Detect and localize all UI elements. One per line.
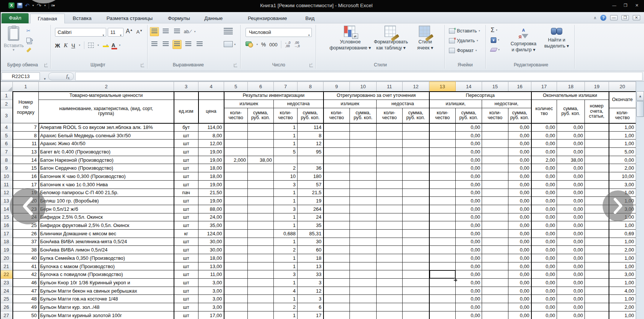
cell-r22c3[interactable]: шт bbox=[174, 270, 198, 279]
cell-r6c18[interactable]: 0,00 bbox=[557, 140, 585, 148]
cell-r6c11[interactable] bbox=[377, 140, 403, 148]
cell-r16c13[interactable] bbox=[429, 221, 456, 230]
orientation-button[interactable]: ab⟋ bbox=[184, 29, 192, 34]
cell-r18c17[interactable]: 0,00 bbox=[531, 238, 557, 246]
cell-r25c9[interactable] bbox=[324, 295, 350, 303]
cell-r6c14[interactable]: 0,00 bbox=[456, 140, 482, 148]
cell-r26c18[interactable]: 0,00 bbox=[557, 303, 585, 311]
cell-r19c10[interactable] bbox=[350, 246, 377, 254]
cell-r17c16[interactable]: 0,00 bbox=[508, 229, 531, 238]
cell-r26c4[interactable]: 3,00 bbox=[198, 303, 224, 311]
format-cells-button[interactable]: Формат▾ bbox=[449, 47, 477, 54]
redo-dropdown-icon[interactable]: ▼ bbox=[44, 4, 46, 7]
cell-r20c9[interactable] bbox=[324, 254, 350, 262]
cell-r18c18[interactable]: 0,00 bbox=[557, 238, 585, 246]
cell-r13c11[interactable] bbox=[377, 197, 403, 205]
conditional-formatting-button[interactable]: ⇄ Условное форматирование ▾ bbox=[328, 26, 373, 51]
header-cell-sum18[interactable]: сумма, руб. коп. bbox=[557, 100, 585, 123]
cell-r19c11[interactable] bbox=[377, 246, 403, 254]
cell-r23c15[interactable] bbox=[482, 279, 508, 287]
cell-r11c9[interactable] bbox=[324, 180, 350, 189]
header-cell-adjusted[interactable]: Отрегулированно за счет уточнения bbox=[324, 92, 429, 100]
cell-r12c7[interactable]: 1 bbox=[274, 189, 298, 197]
cell-r8c18[interactable]: 38,00 bbox=[557, 156, 585, 164]
cell-r20c4[interactable]: 18,00 bbox=[198, 254, 224, 262]
cell-r25c14[interactable]: 0,00 bbox=[456, 295, 482, 303]
header-cell-final-surplus[interactable]: Окончательные излишки bbox=[531, 92, 609, 100]
font-dialog-launcher[interactable] bbox=[141, 64, 144, 67]
row-header-10[interactable]: 10 bbox=[0, 172, 13, 181]
header-cell-unit[interactable]: ед.изм bbox=[174, 100, 198, 123]
cell-r21c11[interactable] bbox=[377, 262, 403, 270]
cell-r11c13[interactable] bbox=[429, 180, 456, 189]
cell-r5c12[interactable] bbox=[403, 131, 429, 140]
cell-r26c17[interactable]: 0,00 bbox=[531, 303, 557, 311]
restore-button[interactable]: ❐ bbox=[621, 3, 630, 9]
cell-r9c11[interactable] bbox=[377, 164, 403, 172]
cell-r25c4[interactable]: 3,00 bbox=[198, 295, 224, 303]
cell-r11c17[interactable]: 0,00 bbox=[531, 180, 557, 189]
overlay-prev-arrow[interactable] bbox=[10, 188, 46, 224]
cell-r27c4[interactable]: 17,00 bbox=[198, 311, 224, 319]
cell-r9c18[interactable]: 0,00 bbox=[557, 164, 585, 172]
cell-r8c11[interactable] bbox=[377, 156, 403, 164]
cell-r12c16[interactable]: 0,00 bbox=[508, 189, 531, 197]
percent-style-button[interactable]: % bbox=[261, 41, 266, 48]
cell-r12c2[interactable]: Беломор папиросы С-П 400 21,5р. bbox=[39, 189, 174, 197]
increase-decimal-button[interactable]: ←,0 ,00 bbox=[285, 41, 291, 48]
cell-r24c14[interactable]: 0,00 bbox=[456, 287, 482, 295]
row-header-21[interactable]: 21 bbox=[0, 262, 13, 270]
header-cell-qty[interactable]: коли- чество bbox=[377, 108, 403, 123]
cell-r15c17[interactable]: 0,00 bbox=[531, 213, 557, 221]
cell-r5c15[interactable] bbox=[482, 131, 508, 140]
cell-r8c10[interactable] bbox=[350, 156, 377, 164]
cell-r26c20[interactable]: 2,00 bbox=[609, 303, 636, 311]
cell-r6c16[interactable]: 0,00 bbox=[508, 140, 531, 148]
cell-r8c3[interactable]: шт bbox=[174, 156, 198, 164]
cell-r11c5[interactable] bbox=[224, 180, 248, 189]
column-header-3[interactable]: 3 bbox=[174, 82, 198, 92]
cell-r10c11[interactable] bbox=[377, 172, 403, 181]
cell-r23c8[interactable]: 3 bbox=[298, 279, 324, 287]
cell-r27c16[interactable]: 0,00 bbox=[508, 311, 531, 319]
cell-r27c15[interactable] bbox=[482, 311, 508, 319]
cell-r4c14[interactable]: 0,00 bbox=[456, 123, 482, 132]
cell-r8c15[interactable] bbox=[482, 156, 508, 164]
cell-r20c3[interactable]: шт bbox=[174, 254, 198, 262]
cell-r27c2[interactable]: Бульон Магги куриный золотой 100г bbox=[39, 311, 174, 319]
cell-r6c8[interactable]: 12 bbox=[298, 140, 324, 148]
cell-r13c16[interactable]: 0,00 bbox=[508, 197, 531, 205]
cell-r18c12[interactable] bbox=[403, 238, 429, 246]
header-cell-qty[interactable]: коли- чество bbox=[482, 108, 508, 123]
tab-data[interactable]: Данные bbox=[197, 14, 230, 23]
cell-r9c9[interactable] bbox=[324, 164, 350, 172]
cell-r6c20[interactable]: 1,00 bbox=[609, 140, 636, 148]
row-header-9[interactable]: 9 bbox=[0, 164, 13, 172]
cell-r18c1[interactable]: 37 bbox=[13, 238, 39, 246]
cell-r20c2[interactable]: Булка Семейка 0,350 (Производство) bbox=[39, 254, 174, 262]
cell-r22c4[interactable]: 11,00 bbox=[198, 270, 224, 279]
cell-r20c5[interactable] bbox=[224, 254, 248, 262]
cell-r4c2[interactable]: Аператив ROOL S со вкусом зел.яблока алк… bbox=[39, 123, 174, 132]
row-header-25[interactable]: 25 bbox=[0, 295, 13, 303]
cell-styles-button[interactable]: Стили ячеек ▾ bbox=[408, 26, 442, 51]
cell-r7c14[interactable]: 0,00 bbox=[456, 148, 482, 156]
cell-r8c17[interactable]: 2,00 bbox=[531, 156, 557, 164]
cell-r7c8[interactable]: 95 bbox=[298, 148, 324, 156]
cell-r15c5[interactable] bbox=[224, 213, 248, 221]
cell-r5c7[interactable]: 1 bbox=[274, 131, 298, 140]
cell-r9c14[interactable]: 0,00 bbox=[456, 164, 482, 172]
cell-r14c11[interactable] bbox=[377, 205, 403, 213]
italic-button[interactable]: К bbox=[64, 42, 68, 49]
cell-r16c14[interactable]: 0,00 bbox=[456, 221, 482, 230]
header-cell-final-cut[interactable]: Окончате bbox=[609, 92, 636, 108]
minimize-button[interactable]: — bbox=[610, 3, 618, 9]
cell-r21c3[interactable]: шт bbox=[174, 262, 198, 270]
cell-r22c5[interactable] bbox=[224, 270, 248, 279]
cell-r9c20[interactable]: 2,00 bbox=[609, 164, 636, 172]
cell-r17c7[interactable]: 0,688 bbox=[274, 229, 298, 238]
header-cell-qty[interactable]: коли- чество bbox=[324, 108, 350, 123]
cell-r7c2[interactable]: Багет в/с 0,400 (Производство) bbox=[39, 148, 174, 156]
fill-button[interactable]: ▼▾ bbox=[491, 36, 499, 44]
cell-r22c20[interactable]: 3,00 bbox=[609, 270, 636, 279]
